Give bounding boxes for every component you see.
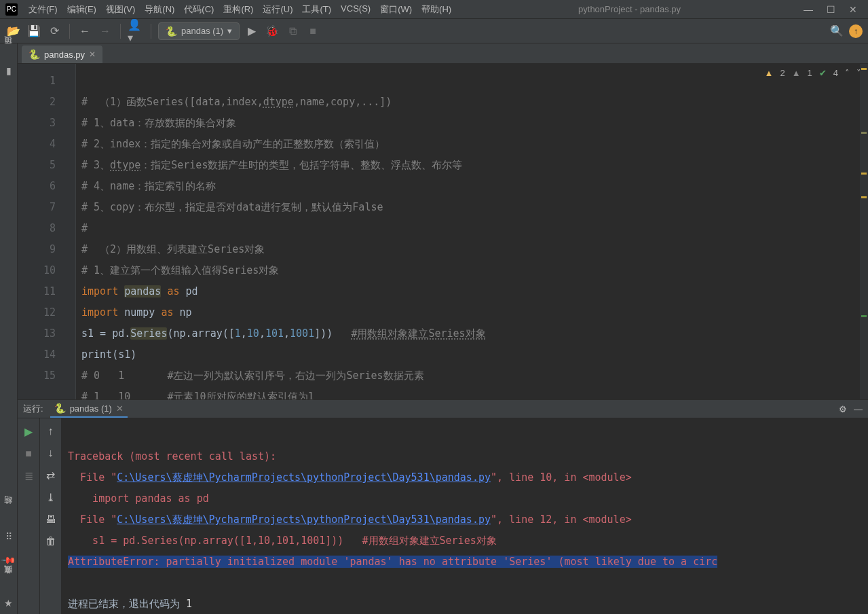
scroll-to-end-icon[interactable]: ⤓	[46, 491, 55, 504]
line-number: 14	[18, 344, 56, 365]
stacktrace-link[interactable]: C:\Users\蔡虚坤\PycharmProjects\pythonProje…	[117, 471, 491, 484]
scroll-markers[interactable]	[860, 64, 868, 399]
back-icon[interactable]: ←	[77, 23, 93, 39]
save-icon[interactable]: 💾	[26, 23, 42, 39]
menu-navigate[interactable]: 导航(N)	[140, 2, 178, 17]
pycharm-icon: PC	[5, 3, 18, 16]
run-tab[interactable]: 🐍 pandas (1) ✕	[50, 400, 128, 418]
editor-pane: 🐍 pandas.py ✕ ▲2 ▲1 ✔4 ˄ ˅ 1 2 3 4	[18, 43, 868, 399]
run-left-gutter: ▶ ■ ≣ 📌	[18, 418, 39, 614]
line-number: 6	[18, 176, 56, 197]
menu-file[interactable]: 文件(F)	[24, 2, 62, 17]
open-icon[interactable]: 📂	[5, 23, 22, 39]
add-config-icon[interactable]: 👤▾	[128, 23, 144, 39]
menu-view[interactable]: 视图(V)	[102, 2, 139, 17]
file-tab-label: pandas.py	[44, 50, 85, 60]
menu-run[interactable]: 运行(U)	[259, 2, 297, 17]
coverage-icon[interactable]: ⧉	[284, 23, 301, 39]
python-icon: 🐍	[166, 26, 177, 37]
left-tool-rail: 项目 ▮ 结构 ⠿ 📌 收藏夹 ★	[0, 43, 18, 614]
run-header: 运行: 🐍 pandas (1) ✕ ⚙ —	[18, 400, 868, 418]
line-number: 3	[18, 113, 56, 134]
stop-icon[interactable]: ■	[25, 448, 32, 460]
line-number: 8	[18, 218, 56, 239]
up-icon[interactable]: ↑	[48, 425, 54, 437]
fold-column[interactable]	[64, 64, 76, 399]
file-tab-pandas[interactable]: 🐍 pandas.py ✕	[22, 46, 102, 63]
toolbar: 📂 💾 ⟳ ← → 👤▾ 🐍 pandas (1) ▾ ▶ 🐞 ⧉ ■ 🔍 ↑	[0, 19, 868, 43]
line-number: 13	[18, 323, 56, 344]
hide-icon[interactable]: —	[854, 404, 863, 414]
pin-icon[interactable]: 📌	[3, 554, 14, 565]
inspections-widget[interactable]: ▲2 ▲1 ✔4 ˄ ˅	[765, 68, 861, 78]
line-number: 9	[18, 239, 56, 260]
run-config-name: pandas (1)	[181, 26, 223, 36]
separator	[151, 24, 151, 39]
stop-icon[interactable]: ■	[305, 23, 321, 39]
layout-icon[interactable]: ≣	[24, 469, 33, 482]
menu-code[interactable]: 代码(C)	[180, 2, 218, 17]
weak-warning-count: 1	[808, 68, 812, 78]
menu-help[interactable]: 帮助(H)	[417, 2, 455, 17]
separator	[69, 24, 70, 39]
selected-error-line: AttributeError: partially initialized mo…	[68, 556, 717, 568]
gear-icon[interactable]: ⚙	[839, 404, 847, 414]
close-tab-icon[interactable]: ✕	[89, 50, 96, 59]
line-number: 12	[18, 302, 56, 323]
rerun-icon[interactable]: ▶	[24, 425, 33, 438]
menu-edit[interactable]: 编辑(E)	[63, 2, 100, 17]
ok-count: 4	[833, 68, 838, 78]
main-area: 项目 ▮ 结构 ⠿ 📌 收藏夹 ★ 🐍 pandas.py ✕ ▲2 ▲1 ✔4	[0, 43, 868, 614]
line-number: 15	[18, 365, 56, 386]
weak-warning-icon: ▲	[792, 68, 801, 78]
structure-icon[interactable]: ⠿	[5, 531, 12, 542]
down-icon[interactable]: ↓	[48, 447, 54, 459]
softwrap-icon[interactable]: ⇄	[46, 469, 55, 482]
line-number: 2	[18, 92, 56, 113]
print-icon[interactable]: 🖶	[45, 513, 56, 526]
menu-vcs[interactable]: VCS(S)	[337, 2, 375, 17]
forward-icon[interactable]: →	[97, 23, 113, 39]
console-output[interactable]: Traceback (most recent call last): File …	[61, 418, 868, 614]
search-icon[interactable]: 🔍	[829, 23, 845, 39]
line-number: 11	[18, 281, 56, 302]
rail-project[interactable]: 项目	[3, 48, 14, 53]
run-left-gutter-2: ↑ ↓ ⇄ ⤓ 🖶 🗑	[39, 418, 61, 614]
menu-refactor[interactable]: 重构(R)	[219, 2, 257, 17]
close-button[interactable]: ✕	[849, 4, 857, 15]
updates-badge[interactable]: ↑	[849, 24, 863, 38]
ok-icon: ✔	[819, 68, 827, 78]
window-controls: — ☐ ✕	[804, 4, 863, 15]
rail-fav[interactable]: 收藏夹	[3, 577, 14, 583]
trash-icon[interactable]: 🗑	[45, 535, 56, 547]
minimize-button[interactable]: —	[804, 4, 813, 15]
refresh-icon[interactable]: ⟳	[46, 23, 62, 39]
run-tool-window: 运行: 🐍 pandas (1) ✕ ⚙ — ▶ ■ ≣ 📌	[18, 399, 868, 614]
chevron-up-icon[interactable]: ˄	[845, 68, 850, 78]
run-tab-label: pandas (1)	[70, 403, 112, 414]
line-number: 1	[18, 71, 56, 92]
menu-tools[interactable]: 工具(T)	[298, 2, 335, 17]
debug-button[interactable]: 🐞	[264, 23, 280, 39]
close-tab-icon[interactable]: ✕	[116, 403, 124, 414]
editor-tabbar: 🐍 pandas.py ✕	[18, 43, 868, 64]
line-number: 10	[18, 260, 56, 281]
run-button[interactable]: ▶	[244, 23, 260, 39]
star-icon[interactable]: ★	[4, 598, 13, 609]
warning-count: 2	[780, 68, 785, 78]
folder-icon[interactable]: ▮	[6, 65, 12, 76]
warning-icon: ▲	[765, 68, 774, 78]
python-icon: 🐍	[29, 49, 40, 60]
menu-window[interactable]: 窗口(W)	[376, 2, 416, 17]
editor-body[interactable]: ▲2 ▲1 ✔4 ˄ ˅ 1 2 3 4 5 6 7 8 9 10	[18, 64, 868, 399]
run-label: 运行:	[23, 403, 43, 415]
code-area[interactable]: # （1）函数Series([data,index,dtype,name,cop…	[76, 64, 868, 399]
line-number: 5	[18, 155, 56, 176]
rail-structure[interactable]: 结构	[3, 508, 14, 513]
chevron-down-icon: ▾	[227, 26, 232, 36]
maximize-button[interactable]: ☐	[827, 4, 835, 15]
stacktrace-link[interactable]: C:\Users\蔡虚坤\PycharmProjects\pythonProje…	[117, 513, 491, 526]
run-configuration-dropdown[interactable]: 🐍 pandas (1) ▾	[158, 22, 240, 40]
chevron-down-icon[interactable]: ˅	[856, 68, 861, 78]
line-number: 7	[18, 197, 56, 218]
